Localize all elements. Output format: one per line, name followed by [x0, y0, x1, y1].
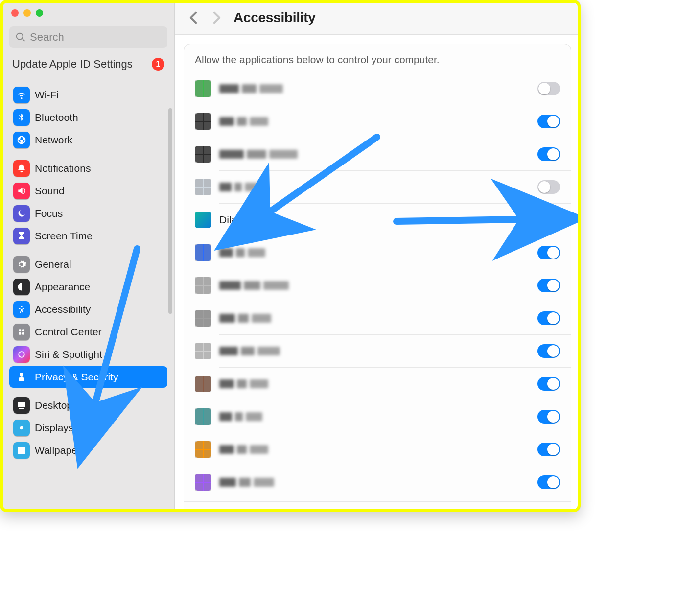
main-panel: Accessibility Allow the applications bel… [175, 0, 580, 512]
sound-icon [13, 183, 30, 199]
section-description: Allow the applications below to control … [184, 54, 571, 72]
apple-id-label: Update Apple ID Settings [12, 58, 133, 71]
app-row [184, 433, 571, 466]
settings-window: Search Update Apple ID Settings 1 Wi-FiB… [0, 0, 581, 512]
sidebar-item-label: Screen Time [35, 230, 93, 242]
content-scroll[interactable]: Allow the applications below to control … [175, 35, 580, 512]
sidebar-item-label: Control Center [35, 326, 102, 338]
control-icon [13, 324, 30, 340]
app-name-redacted [219, 150, 298, 159]
zoom-window-button[interactable] [36, 9, 43, 17]
app-toggle[interactable] [537, 213, 560, 227]
app-toggle[interactable] [537, 147, 560, 161]
app-icon [195, 113, 211, 130]
app-toggle[interactable] [537, 311, 560, 325]
app-icon [195, 310, 211, 327]
sidebar-item-wi-fi[interactable]: Wi-Fi [9, 84, 167, 106]
app-name-redacted [219, 314, 271, 323]
app-icon [195, 441, 211, 458]
minimize-window-button[interactable] [23, 9, 31, 17]
sidebar-item-label: Appearance [35, 281, 90, 293]
close-window-button[interactable] [11, 9, 19, 17]
app-name-redacted [219, 379, 268, 388]
sidebar-scrollbar[interactable] [168, 108, 172, 314]
nav-back-button[interactable] [188, 11, 198, 24]
app-toggle[interactable] [537, 475, 560, 489]
add-app-button[interactable]: + [192, 507, 198, 512]
svg-rect-0 [19, 330, 21, 332]
sidebar-item-bluetooth[interactable]: Bluetooth [9, 107, 167, 128]
app-name-redacted [219, 445, 268, 454]
app-name-redacted [219, 412, 262, 421]
remove-app-button[interactable]: − [206, 507, 212, 512]
sidebar-item-label: Desktop & Dock [35, 400, 109, 411]
app-toggle[interactable] [537, 410, 560, 424]
app-toggle[interactable] [537, 279, 560, 292]
sidebar-item-general[interactable]: General [9, 254, 167, 275]
traffic-lights [9, 9, 167, 17]
sidebar: Search Update Apple ID Settings 1 Wi-FiB… [0, 0, 175, 512]
app-row [184, 72, 571, 105]
app-icon [195, 376, 211, 392]
app-icon [195, 277, 211, 294]
svg-rect-3 [22, 332, 24, 335]
app-name-redacted [219, 347, 280, 355]
sidebar-item-wallpaper[interactable]: Wallpaper [9, 440, 167, 461]
sidebar-item-sound[interactable]: Sound [9, 180, 167, 202]
app-toggle[interactable] [537, 82, 560, 95]
app-toggle[interactable] [537, 443, 560, 456]
sidebar-item-label: Sound [35, 185, 65, 197]
sidebar-item-accessibility[interactable]: Accessibility [9, 299, 167, 320]
header: Accessibility [175, 0, 580, 35]
sidebar-item-label: Bluetooth [35, 112, 78, 123]
sidebar-item-appearance[interactable]: Appearance [9, 276, 167, 298]
moon-icon [13, 205, 30, 222]
sidebar-item-label: Privacy & Security [35, 371, 118, 383]
privacy-icon [13, 369, 30, 385]
sidebar-item-label: Wi-Fi [35, 89, 59, 101]
dock-icon [13, 397, 30, 414]
notification-badge: 1 [152, 58, 164, 71]
app-name-redacted [219, 117, 268, 126]
svg-point-4 [19, 352, 24, 358]
sidebar-item-notifications[interactable]: Notifications [9, 158, 167, 179]
search-icon [15, 32, 26, 43]
app-icon [195, 408, 211, 425]
app-icon [195, 343, 211, 359]
app-name-redacted [219, 84, 283, 93]
sidebar-item-network[interactable]: Network [9, 129, 167, 151]
sidebar-item-privacy-security[interactable]: Privacy & Security [9, 366, 167, 388]
sidebar-item-screen-time[interactable]: Screen Time [9, 225, 167, 247]
app-icon [195, 212, 211, 228]
sidebar-item-label: Siri & Spotlight [35, 349, 102, 360]
app-row [184, 236, 571, 269]
sidebar-item-control-center[interactable]: Control Center [9, 321, 167, 343]
app-row [184, 400, 571, 433]
sidebar-item-focus[interactable]: Focus [9, 203, 167, 224]
svg-point-9 [20, 448, 21, 450]
app-toggle[interactable] [537, 344, 560, 358]
app-toggle[interactable] [537, 246, 560, 259]
app-name-redacted [219, 281, 289, 290]
svg-point-7 [20, 426, 23, 430]
sidebar-list: Wi-FiBluetoothNetwork NotificationsSound… [9, 77, 167, 503]
search-input[interactable]: Search [9, 26, 167, 48]
displays-icon [13, 420, 30, 436]
app-name-redacted [219, 478, 274, 487]
sidebar-item-desktop-dock[interactable]: Desktop & Dock [9, 395, 167, 416]
app-icon [195, 244, 211, 261]
hourglass-icon [13, 228, 30, 244]
app-icon [195, 80, 211, 97]
app-toggle[interactable] [537, 115, 560, 128]
nav-forward-button[interactable] [212, 11, 222, 24]
app-name-redacted [219, 248, 265, 257]
appearance-icon [13, 279, 30, 295]
sidebar-item-displays[interactable]: Displays [9, 417, 167, 439]
app-toggle[interactable] [537, 180, 560, 194]
sidebar-item-label: Displays [35, 422, 73, 434]
apple-id-notice[interactable]: Update Apple ID Settings 1 [9, 57, 167, 71]
app-row [184, 171, 571, 203]
app-toggle[interactable] [537, 377, 560, 391]
sidebar-item-siri-spotlight[interactable]: Siri & Spotlight [9, 344, 167, 365]
siri-icon [13, 346, 30, 363]
